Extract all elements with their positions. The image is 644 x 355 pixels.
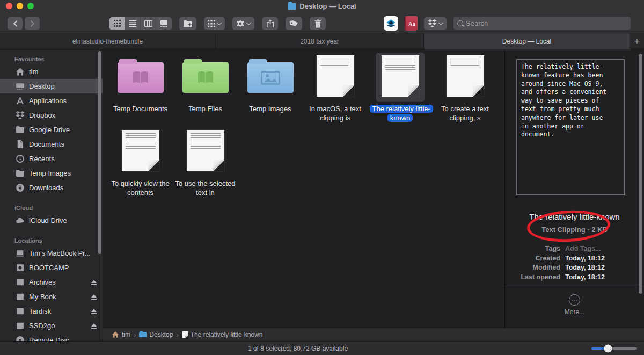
view-columns-button[interactable] bbox=[141, 17, 156, 30]
breadcrumb-desktop[interactable]: Desktop bbox=[139, 331, 173, 338]
chevron-down-icon bbox=[217, 20, 222, 25]
chevron-right-icon: › bbox=[134, 331, 136, 339]
tab-2018-tax-year[interactable]: 2018 tax year bbox=[216, 33, 424, 49]
search-field[interactable] bbox=[453, 17, 631, 30]
file-temp-documents[interactable]: Temp Documents bbox=[108, 53, 173, 122]
recents-icon bbox=[16, 154, 25, 163]
eject-button[interactable] bbox=[91, 323, 97, 329]
sidebar-item-tims-macbook-pro[interactable]: Tim's MacBook Pr... bbox=[0, 246, 103, 260]
file-temp-files[interactable]: Temp Files bbox=[173, 53, 238, 122]
sidebar-item-tim[interactable]: tim bbox=[0, 64, 103, 79]
view-list-button[interactable] bbox=[125, 17, 141, 30]
toolbar: Aa bbox=[0, 13, 644, 33]
file-in-macos-clipping[interactable]: In macOS, a text clipping is bbox=[303, 53, 368, 122]
preview-scrollbar[interactable] bbox=[639, 54, 642, 294]
more-button[interactable]: ... More... bbox=[505, 294, 644, 316]
sidebar-item-google-drive[interactable]: Google Drive bbox=[0, 122, 103, 137]
tab-desktop-local[interactable]: Desktop — Local bbox=[424, 33, 630, 49]
meta-row-last-opened: Last opened Today, 18:12 bbox=[505, 273, 636, 283]
meta-row-created: Created Today, 18:12 bbox=[505, 255, 636, 264]
folder-icon bbox=[16, 125, 25, 134]
dictionary-toolbar-icon[interactable]: Aa bbox=[405, 16, 418, 31]
view-mode-segmented-control bbox=[109, 17, 172, 30]
text-clipping-icon bbox=[317, 55, 354, 97]
file-temp-images[interactable]: Temp Images bbox=[238, 53, 303, 122]
sidebar-section-title: Locations bbox=[0, 234, 103, 246]
cloud-icon bbox=[16, 216, 25, 225]
file-the-relatively-little-known[interactable]: The relatively little-known bbox=[368, 53, 433, 122]
search-icon bbox=[457, 20, 463, 26]
main-wrap: Temp Documents Temp Files Temp Images bbox=[103, 50, 644, 341]
search-input[interactable] bbox=[466, 19, 627, 27]
content-area: Favourites tim Desktop Applications Drop… bbox=[0, 50, 644, 341]
external-drive-icon bbox=[16, 292, 25, 301]
sidebar-item-applications[interactable]: Applications bbox=[0, 93, 103, 108]
tags-button[interactable] bbox=[286, 17, 302, 30]
chevron-down-icon bbox=[438, 20, 444, 25]
file-to-create-clipping[interactable]: To create a text clipping, s bbox=[433, 53, 497, 122]
sidebar-item-recents[interactable]: Recents bbox=[0, 151, 103, 166]
meta-row-modified: Modified Today, 18:12 bbox=[505, 264, 636, 273]
sidebar-item-tardisk[interactable]: Tardisk bbox=[0, 304, 103, 318]
sidebar-scrollbar[interactable] bbox=[98, 51, 101, 254]
file-label: Temp Files bbox=[175, 104, 236, 113]
forward-button[interactable] bbox=[25, 17, 40, 30]
titlebar[interactable]: Desktop — Local bbox=[0, 0, 644, 13]
preview-text: The relatively little- known feature has… bbox=[521, 63, 606, 138]
delete-button[interactable] bbox=[310, 17, 326, 30]
sidebar-item-my-book[interactable]: My Book bbox=[0, 289, 103, 304]
preview-file-title: The relatively little-known bbox=[505, 212, 644, 221]
view-icons-button[interactable] bbox=[109, 17, 125, 30]
text-clipping-icon bbox=[447, 55, 484, 97]
setapp-toolbar-icon[interactable] bbox=[384, 16, 398, 31]
status-bar: 1 of 8 selected, 80.72 GB available bbox=[0, 341, 644, 355]
file-to-quickly-view[interactable]: To quickly view the contents bbox=[108, 128, 173, 197]
tab-elmastudio-themebundle[interactable]: elmastudio-themebundle bbox=[0, 33, 216, 49]
clipping-text-lines bbox=[320, 59, 348, 67]
preview-pane: The relatively little- known feature has… bbox=[504, 50, 644, 328]
view-gallery-button[interactable] bbox=[156, 17, 172, 30]
external-drive-icon bbox=[16, 307, 25, 316]
view-columns-icon bbox=[144, 20, 152, 27]
share-button[interactable] bbox=[262, 17, 278, 30]
sidebar-item-ssd2go[interactable]: SSD2go bbox=[0, 318, 103, 333]
zoom-slider[interactable] bbox=[591, 347, 637, 350]
file-to-use-selected-text[interactable]: To use the selected text in bbox=[173, 128, 238, 197]
tags-icon bbox=[289, 19, 298, 27]
group-by-button[interactable] bbox=[204, 17, 225, 30]
sidebar-item-bootcamp[interactable]: BOOTCAMP bbox=[0, 260, 103, 275]
eject-button[interactable] bbox=[91, 279, 97, 286]
new-folder-icon bbox=[183, 20, 193, 27]
sidebar-section-title: Favourites bbox=[0, 53, 103, 64]
file-grid[interactable]: Temp Documents Temp Files Temp Images bbox=[103, 50, 504, 328]
file-label: In macOS, a text clipping is bbox=[305, 104, 366, 122]
tab-bar: elmastudio-themebundle 2018 tax year Des… bbox=[0, 33, 644, 49]
share-icon bbox=[267, 19, 274, 28]
file-label: To create a text clipping, s bbox=[435, 104, 496, 122]
action-button[interactable] bbox=[232, 17, 254, 30]
eject-button[interactable] bbox=[91, 294, 97, 300]
sidebar-item-documents[interactable]: Documents bbox=[0, 137, 103, 151]
sidebar-item-archives[interactable]: Archives bbox=[0, 275, 103, 289]
clipping-text-lines bbox=[126, 133, 156, 150]
sidebar-item-temp-images[interactable]: Temp Images bbox=[0, 166, 103, 180]
status-text: 1 of 8 selected, 80.72 GB available bbox=[0, 345, 620, 352]
breadcrumb-tim[interactable]: tim bbox=[112, 331, 130, 338]
breadcrumb-the-relatively-little-known[interactable]: The relatively little-known bbox=[182, 331, 263, 338]
layers-icon bbox=[386, 18, 396, 28]
sidebar-item-desktop[interactable]: Desktop bbox=[0, 79, 103, 93]
new-folder-button[interactable] bbox=[179, 17, 196, 30]
dropbox-toolbar-button[interactable] bbox=[424, 17, 447, 30]
zoom-slider-knob[interactable] bbox=[604, 345, 612, 353]
eject-button[interactable] bbox=[91, 308, 97, 315]
sidebar-item-icloud-drive[interactable]: iCloud Drive bbox=[0, 213, 103, 228]
add-tags-field[interactable]: Add Tags... bbox=[565, 245, 601, 255]
folder-blue-icon bbox=[139, 332, 147, 337]
sidebar-item-downloads[interactable]: Downloads bbox=[0, 180, 103, 195]
new-tab-button[interactable]: + bbox=[630, 33, 644, 49]
text-clipping-icon bbox=[122, 130, 159, 171]
back-button[interactable] bbox=[8, 17, 23, 30]
file-label: Temp Documents bbox=[110, 104, 171, 113]
path-bar: tim › Desktop › The relatively little-kn… bbox=[103, 328, 644, 341]
sidebar-item-dropbox[interactable]: Dropbox bbox=[0, 108, 103, 122]
